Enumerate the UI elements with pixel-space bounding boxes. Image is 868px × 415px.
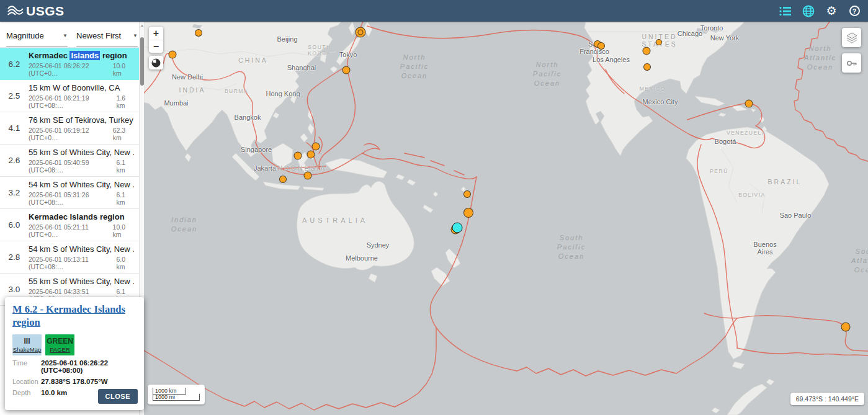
event-detail-popup: M 6.2 - Kermadec Islands region III Shak…	[5, 297, 144, 410]
magnitude: 2.6	[0, 156, 29, 165]
event-time: 2025-06-01 05:40:59 (UTC+08:…	[29, 159, 117, 174]
earthquake-marker[interactable]	[304, 172, 312, 180]
map-scale: 1000 km 1000 mi	[148, 385, 205, 404]
earthquake-marker[interactable]	[643, 63, 651, 71]
sort-magnitude-value: Magnitude	[6, 31, 44, 40]
shakemap-label: ShakeMap	[13, 346, 41, 353]
cursor-coordinates: 69.473°S : 140.449°E	[790, 393, 864, 405]
map-view-globe-icon[interactable]	[802, 5, 815, 17]
usgs-wave-icon	[7, 4, 24, 18]
magnitude: 2.8	[0, 252, 29, 262]
scroll-up-arrow-icon[interactable]: ▲	[140, 24, 144, 27]
event-depth: 1.6 km	[117, 94, 134, 109]
event-time: 2025-06-01 05:13:11 (UTC+08:…	[29, 256, 116, 270]
world-extent-button[interactable]	[149, 56, 163, 69]
magnitude: 6.2	[0, 60, 29, 69]
layers-icon	[846, 32, 858, 44]
earthquake-list-item[interactable]: 4.176 km SE of Tekirova, Turkey2025-06-0…	[0, 112, 139, 145]
earthquake-marker[interactable]	[656, 39, 662, 45]
earthquake-marker[interactable]	[279, 176, 287, 183]
usgs-logo[interactable]: USGS	[7, 4, 65, 19]
key-icon	[846, 57, 858, 69]
zoom-in-button[interactable]: +	[149, 27, 163, 40]
earthquake-marker[interactable]	[195, 29, 202, 37]
event-title: 54 km S of Whites City, New …	[29, 244, 134, 254]
earthquake-marker[interactable]	[307, 151, 315, 159]
event-title: Kermadec Islands region	[29, 51, 134, 60]
scale-mi: 1000 mi	[153, 394, 200, 401]
location-value: 27.838°S 178.075°W	[41, 378, 108, 385]
close-button[interactable]: CLOSE	[98, 389, 138, 404]
event-title: 15 km W of Boonville, CA	[29, 83, 134, 92]
earthquake-marker[interactable]	[358, 30, 364, 35]
list-view-icon[interactable]	[779, 5, 792, 17]
event-depth: 6.0 km	[116, 256, 134, 270]
event-time: 2025-06-01 05:31:26 (UTC+08:…	[29, 191, 117, 206]
legend-key-button[interactable]	[842, 53, 861, 73]
earthquake-marker[interactable]	[841, 323, 851, 332]
sort-bar: Magnitude ▼ Newest First ▼	[0, 22, 144, 48]
earthquake-marker[interactable]	[463, 190, 471, 198]
pager-badge[interactable]: GREEN PAGER	[45, 334, 74, 355]
earthquake-list-item[interactable]: 2.854 km S of Whites City, New …2025-06-…	[0, 241, 139, 274]
event-title: 55 km S of Whites City, New …	[29, 277, 134, 286]
search-highlight: Islands	[69, 51, 100, 60]
sort-magnitude-select[interactable]: Magnitude ▼	[6, 26, 68, 47]
chevron-down-icon: ▼	[133, 33, 138, 38]
earthquake-marker[interactable]	[342, 66, 351, 74]
event-depth: 6.1 km	[117, 159, 134, 174]
zoom-control: + −	[149, 27, 163, 53]
event-depth: 10.0 km	[113, 223, 134, 238]
earthquake-marker[interactable]	[312, 143, 320, 151]
event-title: 76 km SE of Tekirova, Turkey	[29, 115, 134, 125]
earthquake-marker[interactable]	[597, 42, 605, 50]
magnitude: 2.5	[0, 91, 29, 100]
pager-alert-level: GREEN	[47, 337, 73, 346]
settings-gear-icon[interactable]: ⚙	[825, 5, 838, 17]
pager-label: PAGER	[50, 346, 70, 353]
earthquake-list-item[interactable]: 6.2Kermadec Islands region2025-06-01 06:…	[0, 48, 139, 80]
event-time: 2025-06-01 06:26:22 (UTC+0…	[29, 62, 113, 77]
event-time: 2025-06-01 05:21:11 (UTC+0…	[29, 223, 113, 238]
event-detail-title-link[interactable]: M 6.2 - Kermadec Islands region	[12, 303, 136, 329]
depth-label: Depth	[12, 389, 41, 396]
time-value: 2025-06-01 06:26:22 (UTC+08:00)	[41, 359, 136, 374]
selected-earthquake-marker[interactable]	[452, 223, 463, 233]
earthquake-marker[interactable]	[463, 208, 473, 218]
map[interactable]: BeijingTokyoShanghaiHong KongNew DelhiMu…	[144, 22, 868, 415]
event-time: 2025-06-01 06:21:19 (UTC+08:…	[29, 94, 117, 109]
earthquake-marker[interactable]	[294, 152, 302, 160]
event-title: Kermadec Islands region	[29, 212, 134, 221]
event-title: 54 km S of Whites City, New …	[29, 180, 134, 189]
map-quakes	[144, 22, 868, 415]
magnitude: 6.0	[0, 220, 29, 230]
earthquake-marker[interactable]	[169, 51, 177, 59]
depth-value: 10.0 km	[41, 389, 67, 396]
magnitude: 4.1	[0, 123, 29, 133]
shakemap-intensity: III	[24, 337, 30, 346]
earthquake-list-item[interactable]: 6.0Kermadec Islands region2025-06-01 05:…	[0, 209, 139, 241]
event-depth: 10.0 km	[113, 62, 134, 77]
help-icon[interactable]: ?	[848, 5, 861, 17]
earthquake-marker[interactable]	[643, 47, 651, 55]
earthquake-list-item[interactable]: 3.254 km S of Whites City, New …2025-06-…	[0, 177, 139, 209]
event-title: 55 km S of Whites City, New …	[29, 148, 134, 157]
location-label: Location	[12, 378, 41, 385]
event-depth: 6.1 km	[117, 191, 134, 206]
event-depth: 62.3 km	[113, 127, 134, 141]
zoom-out-button[interactable]: −	[149, 40, 163, 53]
earthquake-marker[interactable]	[745, 100, 753, 108]
earthquake-list-item[interactable]: 2.515 km W of Boonville, CA2025-06-01 06…	[0, 80, 139, 112]
magnitude: 3.0	[0, 285, 29, 294]
layers-button[interactable]	[842, 28, 861, 47]
app-header: USGS ⚙ ?	[0, 0, 868, 22]
shakemap-badge[interactable]: III ShakeMap	[12, 334, 42, 355]
logo-text: USGS	[26, 4, 65, 19]
earthquake-list-item[interactable]: 2.655 km S of Whites City, New …2025-06-…	[0, 145, 139, 177]
chevron-down-icon: ▼	[63, 33, 68, 38]
magnitude: 3.2	[0, 188, 29, 197]
sort-order-select[interactable]: Newest First ▼	[76, 26, 138, 47]
event-time: 2025-06-01 06:19:12 (UTC+0…	[29, 127, 113, 141]
time-label: Time	[12, 359, 41, 374]
globe-icon	[151, 58, 161, 68]
